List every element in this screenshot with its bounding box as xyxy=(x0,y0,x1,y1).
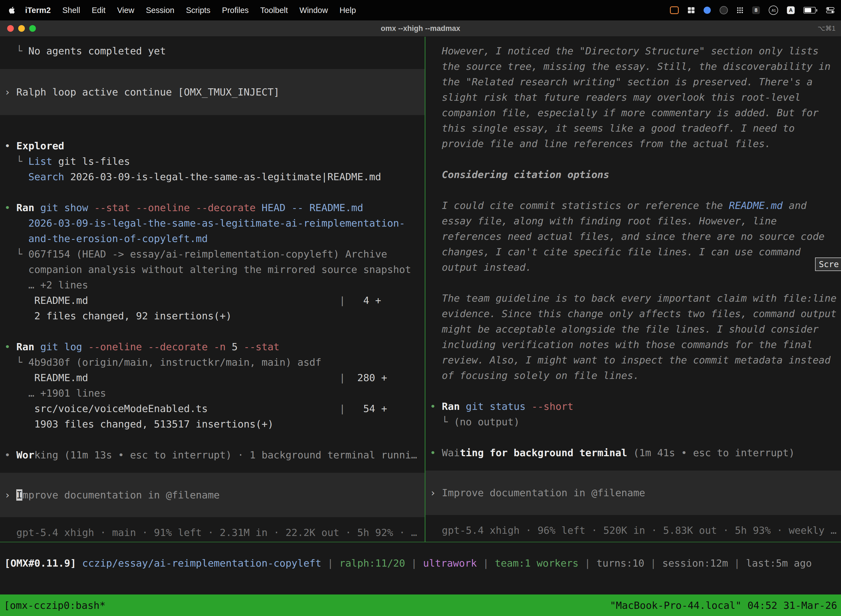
terminal-line: The team guideline is to back every impo… xyxy=(430,290,841,306)
explored-search-item: Search 2026-03-09-is-legal-the-same-as-l… xyxy=(4,169,425,185)
menubar-status-icons: 8 .61 A xyxy=(670,6,834,15)
ran-git-show: • Ran git show --stat --oneline --decora… xyxy=(4,200,425,216)
terminal-line: … +1901 lines xyxy=(4,386,425,401)
terminal-line: └ (no output) xyxy=(430,414,841,430)
tmux-window-list[interactable]: [omx-cczip0:bash* xyxy=(4,600,105,611)
working-indicator: • Working (11m 13s • esc to interrupt) ·… xyxy=(4,447,425,463)
screen-tooltip: Scre xyxy=(815,258,841,271)
ran-git-log: • Ran git log --oneline --decorate -n 5 … xyxy=(4,339,425,355)
terminal-line: references need actual files, and since … xyxy=(430,229,841,244)
terminal-line: └ 4b9d30f (origin/main, instructkr/main,… xyxy=(4,355,425,370)
terminal-line: └ 067f154 (HEAD -> essay/ai-reimplementa… xyxy=(4,246,425,262)
prompt-input[interactable]: › Improve documentation in @filename xyxy=(0,473,425,517)
control-center-icon[interactable] xyxy=(826,7,834,13)
menu-item-iterm2[interactable]: iTerm2 xyxy=(19,6,57,15)
terminal-line: … +2 lines xyxy=(4,277,425,293)
window-titlebar: omx --xhigh --madmax ⌥⌘1 xyxy=(0,21,841,37)
menu-item-window[interactable]: Window xyxy=(294,6,334,15)
menu-item-scripts[interactable]: Scripts xyxy=(180,6,216,15)
prompt-input[interactable]: › Improve documentation in @filename xyxy=(425,471,841,515)
terminal-line: 2 files changed, 92 insertions(+) xyxy=(4,308,425,324)
tmux-status-bar: [omx-cczip0:bash* "MacBook-Pro-44.local"… xyxy=(0,594,841,616)
terminal-line: might be acceptable alongside the file l… xyxy=(430,321,841,337)
ralph-inject-banner: › Ralph loop active continue [OMX_TMUX_I… xyxy=(0,69,425,115)
minimize-button[interactable] xyxy=(18,25,25,32)
tmux-host-time: "MacBook-Pro-44.local" 04:52 31-Mar-26 xyxy=(610,600,837,611)
terminal-line: README.md | 280 + xyxy=(4,370,425,386)
model-status: gpt-5.4 xhigh · 96% left · 520K in · 5.8… xyxy=(430,523,841,538)
terminal-line: the source tree, missing the essay. Stil… xyxy=(430,59,841,74)
spacer xyxy=(430,182,841,198)
menu-item-shell[interactable]: Shell xyxy=(57,6,86,15)
omx-status-bar: [OMX#0.11.9] cczip/essay/ai-reimplementa… xyxy=(0,542,841,571)
spacer xyxy=(4,324,425,339)
spacer xyxy=(4,185,425,200)
blue-app-icon[interactable] xyxy=(703,7,711,14)
terminal-line: slight risk that future readers may over… xyxy=(430,90,841,105)
left-terminal-pane[interactable]: └ No agents completed yet› Ralph loop ac… xyxy=(0,37,425,542)
spacer xyxy=(430,430,841,445)
agents-status-line: └ No agents completed yet xyxy=(4,43,425,59)
menu-item-help[interactable]: Help xyxy=(334,6,362,15)
terminal-window: └ No agents completed yet› Ralph loop ac… xyxy=(0,37,841,594)
window-title: omx --xhigh --madmax xyxy=(0,24,841,33)
waiting-indicator: • Waiting for background terminal (1m 41… xyxy=(430,445,841,461)
spacer xyxy=(4,432,425,447)
menu-item-session[interactable]: Session xyxy=(140,6,180,15)
reasoning-heading: Considering citation options xyxy=(430,167,841,182)
keypad-icon[interactable]: 8 xyxy=(752,6,760,14)
terminal-line: 2026-03-09-is-legal-the-same-as-legitima… xyxy=(4,216,425,231)
menu-item-edit[interactable]: Edit xyxy=(86,6,111,15)
screen-recording-icon[interactable] xyxy=(670,6,679,14)
terminal-line: provide file and line references from th… xyxy=(430,136,841,151)
window-grid-icon[interactable] xyxy=(687,7,695,13)
terminal-line: companion file, especially if more comme… xyxy=(430,105,841,120)
ran-git-status: • Ran git status --short xyxy=(430,399,841,414)
terminal-line: of focusing solely on file lines. xyxy=(430,368,841,383)
terminal-line: the "Related research writing" section i… xyxy=(430,74,841,90)
omx-session-status: [OMX#0.11.9] cczip/essay/ai-reimplementa… xyxy=(4,556,841,571)
terminal-line: src/voice/voiceModeEnabled.ts | 54 + xyxy=(4,401,425,417)
terminal-line: including verification notes with those … xyxy=(430,337,841,352)
terminal-line: and-the-erosion-of-copyleft.md xyxy=(4,231,425,246)
spacer xyxy=(430,275,841,290)
battery-gauge-label: .61 xyxy=(771,8,776,12)
explored-header: • Explored xyxy=(4,138,425,154)
terminal-line: companion analysis without altering the … xyxy=(4,262,425,277)
battery-gauge-icon[interactable]: .61 xyxy=(769,6,778,15)
menu-item-view[interactable]: View xyxy=(111,6,140,15)
zoom-button[interactable] xyxy=(29,25,36,32)
terminal-line: changes, I can't cite specific file line… xyxy=(430,244,841,260)
tmux-panes: └ No agents completed yet› Ralph loop ac… xyxy=(0,37,841,542)
terminal-line: README.md | 4 + xyxy=(4,293,425,308)
terminal-line: 1903 files changed, 513517 insertions(+) xyxy=(4,417,425,432)
terminal-line: review. Also, I might want to inspect th… xyxy=(430,352,841,368)
terminal-line: essay file, along with finding root file… xyxy=(430,213,841,229)
terminal-line: evidence. Since this change only affects… xyxy=(430,306,841,321)
menu-item-toolbelt[interactable]: Toolbelt xyxy=(254,6,294,15)
dark-app-icon[interactable] xyxy=(719,6,728,14)
explored-list-item: └ List git ls-files xyxy=(4,154,425,169)
spacer xyxy=(430,151,841,167)
terminal-line: this single essay, it seems like a good … xyxy=(430,120,841,136)
spacer xyxy=(430,383,841,399)
macos-menu-bar: iTerm2 Shell Edit View Session Scripts P… xyxy=(0,0,841,21)
apple-menu-icon[interactable] xyxy=(7,7,19,14)
menu-items: iTerm2 Shell Edit View Session Scripts P… xyxy=(19,6,362,15)
right-terminal-pane[interactable]: However, I noticed the "Directory Struct… xyxy=(425,37,841,542)
close-button[interactable] xyxy=(7,25,14,32)
model-status: gpt-5.4 xhigh · main · 91% left · 2.31M … xyxy=(4,525,425,540)
terminal-line: However, I noticed the "Directory Struct… xyxy=(430,43,841,59)
input-source-icon[interactable]: A xyxy=(787,6,795,14)
terminal-line: I could cite commit statistics or refere… xyxy=(430,198,841,213)
traffic-lights xyxy=(7,25,36,32)
dots-grid-icon[interactable] xyxy=(737,7,743,13)
menu-item-profiles[interactable]: Profiles xyxy=(216,6,255,15)
battery-icon[interactable] xyxy=(803,7,817,13)
tab-shortcut-badge: ⌥⌘1 xyxy=(818,25,835,32)
terminal-line: output instead. xyxy=(430,260,841,275)
